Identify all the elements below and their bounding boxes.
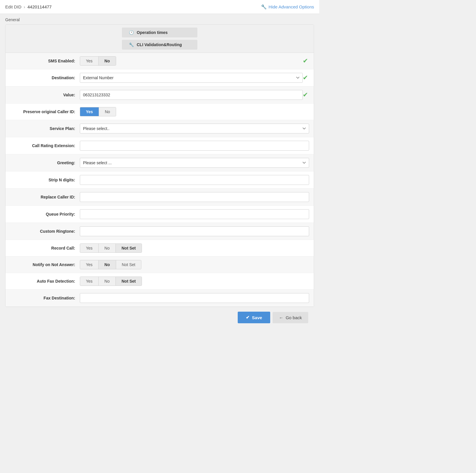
queue-priority-row: Queue Priority: bbox=[6, 206, 314, 223]
auto-fax-detection-row: Auto Fax Detection: Yes No Not Set bbox=[6, 273, 314, 290]
sms-enabled-row: SMS Enabled: Yes No ✔ bbox=[6, 53, 314, 69]
wrench-icon: 🔧 bbox=[261, 4, 267, 10]
record-call-not-set-button[interactable]: Not Set bbox=[116, 244, 142, 252]
breadcrumb-arrow: › bbox=[24, 5, 25, 9]
save-label: Save bbox=[252, 315, 262, 320]
custom-ringtone-input[interactable] bbox=[80, 226, 309, 236]
hide-advanced-button[interactable]: 🔧 Hide Advanced Options bbox=[261, 4, 314, 10]
call-rating-input[interactable] bbox=[80, 141, 309, 151]
record-call-toggle: Yes No Not Set bbox=[80, 243, 142, 253]
destination-select[interactable]: External Number Extension IVR Voicemail … bbox=[80, 73, 303, 83]
service-plan-label: Service Plan: bbox=[10, 126, 80, 131]
value-row: Value: ✔ bbox=[6, 86, 314, 104]
operation-times-label: Operation times bbox=[137, 30, 168, 35]
custom-ringtone-row: Custom Ringtone: bbox=[6, 223, 314, 240]
value-check-icon: ✔ bbox=[303, 91, 309, 99]
value-label: Value: bbox=[10, 93, 80, 97]
notify-no-button[interactable]: No bbox=[99, 260, 116, 269]
value-input[interactable] bbox=[80, 90, 303, 100]
call-rating-row: Call Rating Extension: bbox=[6, 137, 314, 154]
record-call-row: Record Call: Yes No Not Set bbox=[6, 240, 314, 257]
sms-enabled-toggle: Yes No bbox=[80, 56, 116, 66]
queue-priority-input[interactable] bbox=[80, 209, 309, 219]
replace-caller-id-input[interactable] bbox=[80, 192, 309, 202]
operation-times-button[interactable]: 🕐 Operation times bbox=[122, 28, 197, 37]
notify-not-set-button[interactable]: Not Set bbox=[116, 260, 141, 269]
fax-destination-label: Fax Destination: bbox=[10, 296, 80, 300]
cli-validation-button[interactable]: 🔧 CLI Validation&Routing bbox=[122, 40, 197, 50]
advanced-buttons-row: 🕐 Operation times 🔧 CLI Validation&Routi… bbox=[6, 25, 314, 53]
save-check-icon: ✔ bbox=[246, 315, 250, 320]
replace-caller-id-label: Replace Caller ID: bbox=[10, 195, 80, 199]
clock-icon: 🕐 bbox=[129, 30, 134, 35]
greeting-label: Greeting: bbox=[10, 160, 80, 165]
fax-yes-button[interactable]: Yes bbox=[80, 277, 99, 286]
edit-did-label: Edit DID bbox=[5, 4, 21, 9]
notify-not-answer-label: Notify on Not Answer: bbox=[10, 262, 80, 267]
did-number: 4420114477 bbox=[28, 4, 52, 9]
strip-n-digits-label: Strip N digits: bbox=[10, 178, 80, 182]
fax-no-button[interactable]: No bbox=[99, 277, 116, 286]
form-panel: 🕐 Operation times 🔧 CLI Validation&Routi… bbox=[5, 24, 314, 307]
preserve-caller-id-toggle: Yes No bbox=[80, 107, 116, 116]
save-button[interactable]: ✔ Save bbox=[238, 312, 270, 323]
queue-priority-label: Queue Priority: bbox=[10, 212, 80, 216]
fax-not-set-button[interactable]: Not Set bbox=[116, 277, 142, 286]
service-plan-select[interactable]: Please select.. bbox=[80, 124, 309, 133]
section-general-title: General bbox=[5, 17, 314, 22]
cli-validation-label: CLI Validation&Routing bbox=[137, 42, 182, 47]
notify-yes-button[interactable]: Yes bbox=[80, 260, 99, 269]
record-call-label: Record Call: bbox=[10, 246, 80, 250]
destination-label: Destination: bbox=[10, 75, 80, 80]
hide-advanced-label: Hide Advanced Options bbox=[268, 4, 314, 9]
go-back-label: Go back bbox=[286, 315, 302, 320]
greeting-select[interactable]: Please select ... bbox=[80, 158, 309, 168]
call-rating-label: Call Rating Extension: bbox=[10, 143, 80, 148]
fax-destination-input[interactable] bbox=[80, 293, 309, 303]
cli-wrench-icon: 🔧 bbox=[129, 42, 134, 47]
service-plan-row: Service Plan: Please select.. bbox=[6, 120, 314, 137]
page-header: Edit DID › 4420114477 🔧 Hide Advanced Op… bbox=[0, 0, 319, 14]
strip-n-digits-input[interactable] bbox=[80, 175, 309, 185]
preserve-caller-id-row: Preserve original Caller ID: Yes No bbox=[6, 104, 314, 120]
auto-fax-detection-toggle: Yes No Not Set bbox=[80, 277, 142, 286]
record-call-yes-button[interactable]: Yes bbox=[80, 244, 99, 252]
greeting-row: Greeting: Please select ... bbox=[6, 154, 314, 171]
replace-caller-id-row: Replace Caller ID: bbox=[6, 189, 314, 206]
record-call-no-button[interactable]: No bbox=[99, 244, 116, 252]
notify-not-answer-toggle: Yes No Not Set bbox=[80, 260, 141, 269]
main-content: General 🕐 Operation times 🔧 CLI Validati… bbox=[0, 14, 319, 331]
preserve-caller-id-label: Preserve original Caller ID: bbox=[10, 109, 80, 114]
destination-check-icon: ✔ bbox=[303, 74, 309, 82]
go-back-button[interactable]: ← Go back bbox=[273, 312, 308, 323]
notify-not-answer-row: Notify on Not Answer: Yes No Not Set bbox=[6, 257, 314, 273]
sms-enabled-label: SMS Enabled: bbox=[10, 59, 80, 63]
fax-destination-row: Fax Destination: bbox=[6, 290, 314, 307]
custom-ringtone-label: Custom Ringtone: bbox=[10, 229, 80, 234]
auto-fax-detection-label: Auto Fax Detection: bbox=[10, 279, 80, 284]
preserve-yes-button[interactable]: Yes bbox=[80, 107, 99, 116]
sms-check-icon: ✔ bbox=[303, 57, 309, 65]
footer-bar: ✔ Save ← Go back bbox=[5, 307, 314, 328]
sms-no-button[interactable]: No bbox=[99, 57, 116, 65]
strip-n-digits-row: Strip N digits: bbox=[6, 171, 314, 189]
go-back-arrow-icon: ← bbox=[279, 315, 283, 320]
sms-yes-button[interactable]: Yes bbox=[80, 57, 99, 65]
destination-row: Destination: External Number Extension I… bbox=[6, 69, 314, 86]
preserve-no-button[interactable]: No bbox=[99, 107, 116, 116]
